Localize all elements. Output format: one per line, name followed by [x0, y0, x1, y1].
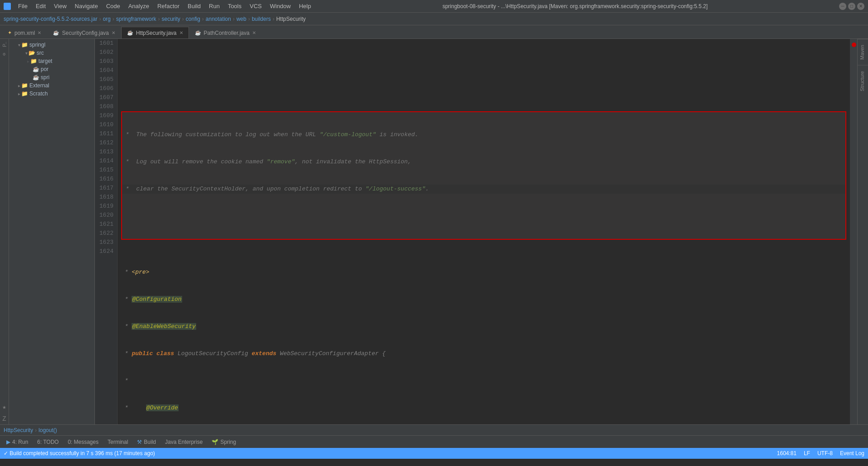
tree-project-root[interactable]: ▾ 📁 springl	[9, 41, 94, 49]
path-builders[interactable]: builders	[252, 16, 271, 22]
external-folder-icon: 📁	[21, 82, 28, 89]
project-icon[interactable]: P..	[1, 41, 8, 48]
tab-pomxml[interactable]: ✦ pom.xml ✕	[2, 27, 47, 38]
menu-build[interactable]: Build	[184, 2, 204, 10]
path-jar[interactable]: spring-security-config-5.5.2-sources.jar	[4, 16, 97, 22]
tree-por[interactable]: ☕ por	[9, 65, 94, 73]
breadcrumb-httpsecurity[interactable]: HttpSecurity	[4, 427, 33, 433]
tree-src-label: src	[37, 50, 44, 56]
tab-securityconfig[interactable]: ☕ SecurityConfig.java ✕	[47, 27, 121, 38]
menu-window[interactable]: Window	[266, 2, 294, 10]
java-icon-hs: ☕	[127, 30, 133, 36]
menu-help[interactable]: Help	[295, 2, 315, 10]
menu-vcs[interactable]: VCS	[246, 2, 265, 10]
tree-external[interactable]: ▸ 📁 External	[9, 81, 94, 90]
src-folder-icon: 📂	[28, 50, 35, 56]
tab-pathcontroller-close[interactable]: ✕	[252, 30, 256, 35]
path-web[interactable]: web	[236, 16, 246, 22]
scratch-folder-icon: 📁	[21, 90, 28, 97]
tree-scratch[interactable]: ▸ 📁 Scratch	[9, 90, 94, 98]
code-line-1604: * clear the SecurityContextHolder, and u…	[122, 185, 845, 194]
close-button[interactable]: ✕	[857, 3, 864, 10]
path-bar: spring-security-config-5.5.2-sources.jar…	[0, 13, 868, 25]
path-config[interactable]: config	[186, 16, 200, 22]
tree-target-label: target	[38, 58, 52, 64]
tab-httpsecurity[interactable]: ☕ HttpSecurity.java ✕	[121, 27, 189, 38]
tab-pathcontroller-label: PathController.java	[204, 30, 250, 36]
line-col-indicator: 1604:81	[777, 450, 797, 456]
run-icon: ▶	[6, 439, 10, 445]
tree-src[interactable]: ▾ 📂 src	[9, 49, 94, 57]
code-scroll[interactable]: 1601 1602 1603 1604 1605 1606 1607 1608 …	[95, 39, 857, 424]
path-org[interactable]: org	[103, 16, 110, 22]
tab-bar: ✦ pom.xml ✕ ☕ SecurityConfig.java ✕ ☕ Ht…	[0, 25, 868, 39]
terminal-btn[interactable]: Terminal	[105, 438, 131, 446]
tree-spri[interactable]: ☕ spri	[9, 73, 94, 81]
favorites-icon[interactable]: ★	[2, 403, 6, 411]
build-btn[interactable]: ⚒ Build	[134, 438, 159, 446]
spring-btn[interactable]: 🌱 Spring	[209, 438, 239, 446]
tab-pathcontroller[interactable]: ☕ PathController.java ✕	[189, 27, 262, 38]
menu-navigate[interactable]: Navigate	[71, 2, 101, 10]
menu-refactor[interactable]: Refactor	[154, 2, 183, 10]
spring-icon: 🌱	[212, 439, 218, 445]
encoding-indicator: UTF-8	[817, 450, 833, 456]
breadcrumb-logout[interactable]: logout()	[38, 427, 57, 433]
window-title: springboot-08-security - ...\HttpSecurit…	[316, 3, 835, 10]
code-line-1608: * @EnableWebSecurity	[121, 322, 846, 331]
error-marker	[852, 43, 856, 47]
right-tool-tabs: Maven Structure	[857, 39, 868, 424]
app-icon	[4, 3, 11, 10]
code-line-1606: * <pre>	[121, 268, 846, 277]
java-icon-pc: ☕	[195, 30, 201, 36]
tree-external-label: External	[29, 82, 49, 89]
build-label: Build	[144, 439, 156, 445]
todo-btn[interactable]: 6: TODO	[34, 438, 61, 446]
menu-file[interactable]: File	[14, 2, 31, 10]
tree-spri-label: spri	[41, 74, 49, 81]
run-btn[interactable]: ▶ 4: Run	[4, 438, 31, 446]
comment-region: * The following customization to log out…	[121, 111, 846, 240]
editor-breadcrumb: HttpSecurity › logout()	[0, 424, 868, 435]
right-gutter[interactable]	[850, 39, 857, 424]
build-icon: ⚒	[137, 439, 142, 445]
menu-view[interactable]: View	[50, 2, 70, 10]
folder-icon: 📁	[21, 42, 28, 48]
line-ending-indicator: LF	[804, 450, 810, 456]
path-httpsecurity: HttpSecurity	[276, 16, 306, 22]
project-sidebar: ▾ 📁 springl ▾ 📂 src ▸ 📁 target ☕ por ☕ s…	[9, 39, 95, 424]
tab-securityconfig-label: SecurityConfig.java	[62, 30, 108, 36]
code-line-1603: * Log out will remove the cookie named "…	[122, 157, 845, 166]
maximize-button[interactable]: □	[848, 3, 855, 10]
tab-pomxml-close[interactable]: ✕	[38, 30, 41, 35]
menu-run[interactable]: Run	[205, 2, 223, 10]
structure-tab[interactable]: Structure	[858, 65, 868, 97]
path-security[interactable]: security	[161, 16, 180, 22]
por-icon: ☕	[33, 66, 39, 72]
menu-edit[interactable]: Edit	[32, 2, 49, 10]
menu-tools[interactable]: Tools	[224, 2, 245, 10]
java-enterprise-btn[interactable]: Java Enterprise	[162, 438, 205, 446]
path-annotation[interactable]: annotation	[206, 16, 231, 22]
tree-target[interactable]: ▸ 📁 target	[9, 57, 94, 65]
menu-code[interactable]: Code	[103, 2, 124, 10]
line-numbers: 1601 1602 1603 1604 1605 1606 1607 1608 …	[95, 39, 118, 424]
tab-httpsecurity-close[interactable]: ✕	[179, 30, 183, 35]
code-line-1601	[121, 66, 846, 75]
maven-tab[interactable]: Maven	[858, 39, 868, 65]
status-right: 1604:81 LF UTF-8 Event Log	[777, 450, 864, 456]
java-icon-sc: ☕	[53, 30, 59, 36]
minimize-button[interactable]: ─	[839, 3, 846, 10]
menu-analyze[interactable]: Analyze	[125, 2, 153, 10]
target-folder-icon: 📁	[30, 58, 37, 64]
code-editor[interactable]: * The following customization to log out…	[118, 39, 850, 424]
zstructure-icon[interactable]: Z	[2, 415, 6, 423]
event-log-btn[interactable]: Event Log	[840, 450, 864, 456]
messages-btn[interactable]: 0: Messages	[65, 438, 101, 446]
todo-label: 6: TODO	[37, 439, 59, 445]
tab-securityconfig-close[interactable]: ✕	[112, 30, 115, 35]
settings-icon[interactable]: ⚙	[1, 51, 8, 58]
path-springframework[interactable]: springframework	[116, 16, 156, 22]
tree-root-label: springl	[29, 42, 45, 48]
window-controls: ─ □ ✕	[839, 3, 864, 10]
